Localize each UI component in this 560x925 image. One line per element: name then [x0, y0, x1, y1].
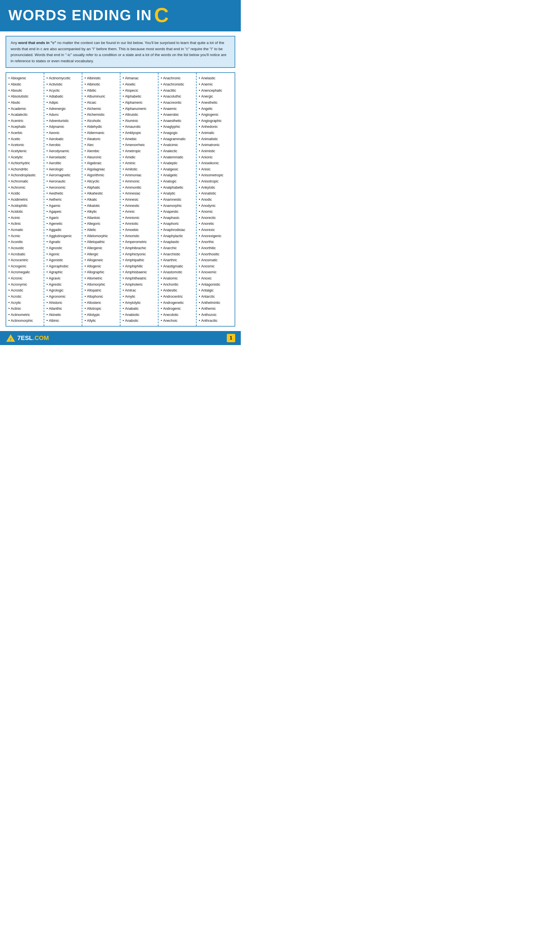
list-item: •Algorithmic	[84, 172, 119, 178]
bullet-icon: •	[47, 93, 48, 99]
header: WORDS ENDING IN C	[0, 0, 241, 32]
bullet-icon: •	[123, 257, 124, 263]
bullet-icon: •	[84, 306, 86, 312]
word-text: Agamic	[49, 203, 61, 209]
list-item: •Anchoritic	[161, 282, 195, 288]
bullet-icon: •	[84, 130, 86, 136]
list-item: •Acinic	[8, 215, 42, 221]
bullet-icon: •	[161, 184, 162, 190]
list-item: •Aclinic	[8, 221, 42, 227]
word-text: Anorectic	[201, 215, 216, 221]
list-item: •Aminic	[123, 160, 157, 166]
list-item: •Analeptic	[161, 160, 195, 166]
columns-grid: •Abiogenic•Abiotic•Aboulic•Absolutistic•…	[6, 72, 235, 327]
bullet-icon: •	[199, 75, 200, 81]
word-text: Amphiphilic	[125, 264, 143, 270]
word-text: Anecdotic	[163, 312, 179, 318]
word-text: Acephalic	[11, 124, 26, 130]
bullet-icon: •	[123, 75, 124, 81]
bullet-icon: •	[8, 105, 10, 111]
bullet-icon: •	[84, 81, 86, 87]
list-item: •Amidic	[123, 154, 157, 160]
list-item: •Alchemic	[84, 105, 119, 112]
list-item: •Albuminuric	[84, 93, 119, 99]
word-text: Acrostic	[11, 288, 23, 294]
bullet-icon: •	[47, 239, 48, 245]
list-item: •Acrocentric	[8, 257, 42, 263]
bullet-icon: •	[47, 148, 48, 154]
svg-text:7: 7	[10, 338, 12, 342]
list-item: •Analectic	[161, 148, 195, 154]
list-item: •Actinomycotic	[47, 75, 81, 81]
list-item: •Anorectic	[199, 215, 234, 221]
bullet-icon: •	[161, 263, 162, 269]
list-item: •Acrobatic	[8, 251, 42, 257]
word-text: Animistic	[201, 148, 215, 154]
list-item: •Anaerobic	[161, 111, 195, 118]
bullet-icon: •	[199, 124, 200, 130]
bullet-icon: •	[8, 87, 10, 93]
bullet-icon: •	[8, 196, 10, 202]
word-text: Ahistoric	[49, 300, 62, 306]
word-text: Abiotic	[11, 81, 21, 87]
list-item: •Aleuronic	[84, 154, 119, 160]
bullet-icon: •	[8, 99, 10, 105]
list-item: •Allantoic	[84, 215, 119, 221]
word-text: Aloetic	[125, 81, 136, 87]
word-text: Acentric	[11, 118, 24, 124]
list-item: •Aloetic	[123, 81, 157, 87]
word-text: Anchoritic	[163, 282, 179, 288]
bullet-icon: •	[47, 275, 48, 281]
list-item: •Aconitic	[8, 239, 42, 245]
footer-page: 1	[227, 334, 235, 342]
bullet-icon: •	[8, 221, 10, 226]
list-item: •Ametropic	[123, 148, 157, 154]
word-text: Aeromagnetic	[49, 172, 71, 178]
word-text: Actinomycotic	[49, 75, 71, 81]
list-item: •Anamnestic	[161, 196, 195, 203]
list-item: •Anarchic	[161, 245, 195, 251]
bullet-icon: •	[161, 227, 162, 233]
bullet-icon: •	[123, 118, 124, 124]
bullet-icon: •	[47, 294, 48, 299]
word-text: Allopatric	[87, 288, 101, 294]
bullet-icon: •	[8, 75, 10, 81]
list-item: •Animalistic	[199, 136, 234, 142]
bullet-icon: •	[199, 130, 200, 136]
list-item: •Aliphatic	[84, 184, 119, 191]
word-text: Alkahestic	[87, 191, 103, 196]
word-text: Antalgic	[201, 288, 214, 294]
list-item: •Allogenic	[84, 263, 119, 270]
word-text: Anesthetic	[201, 100, 218, 105]
word-text: Anaglyphic	[163, 124, 180, 130]
list-item: •Anagogic	[161, 130, 195, 136]
list-item: •Anorthositic	[199, 251, 234, 257]
bullet-icon: •	[161, 294, 162, 299]
word-text: Achondroplastic	[11, 172, 36, 178]
bullet-icon: •	[8, 227, 10, 233]
footer-logo: 7 7ESL.COM	[6, 334, 49, 342]
list-item: •Anastigmatic	[161, 263, 195, 270]
bullet-icon: •	[8, 215, 10, 221]
word-text: Acrylic	[11, 300, 21, 306]
word-text: Alcaic	[87, 100, 96, 105]
word-text: Aldermanic	[87, 130, 105, 136]
list-item: •Anabiotic	[123, 312, 157, 318]
bullet-icon: •	[84, 251, 86, 257]
word-text: Amphitheatric	[125, 276, 146, 282]
word-text: Angelic	[201, 106, 213, 112]
word-text: Agonistic	[49, 257, 63, 263]
list-item: •Anaphasic	[161, 215, 195, 221]
list-item: •Amperometric	[123, 239, 157, 245]
word-text: Alembic	[87, 148, 99, 154]
list-item: •Amaurotic	[123, 124, 157, 130]
list-item: •Agaric	[47, 215, 81, 221]
word-text: Agrologic	[49, 288, 63, 294]
list-item: •Anoretic	[199, 221, 234, 227]
word-text: Albitic	[87, 88, 96, 93]
bullet-icon: •	[123, 275, 124, 281]
bullet-icon: •	[123, 99, 124, 105]
list-item: •Aetheric	[47, 196, 81, 203]
bullet-icon: •	[199, 287, 200, 293]
word-text: Adunc	[49, 112, 59, 118]
